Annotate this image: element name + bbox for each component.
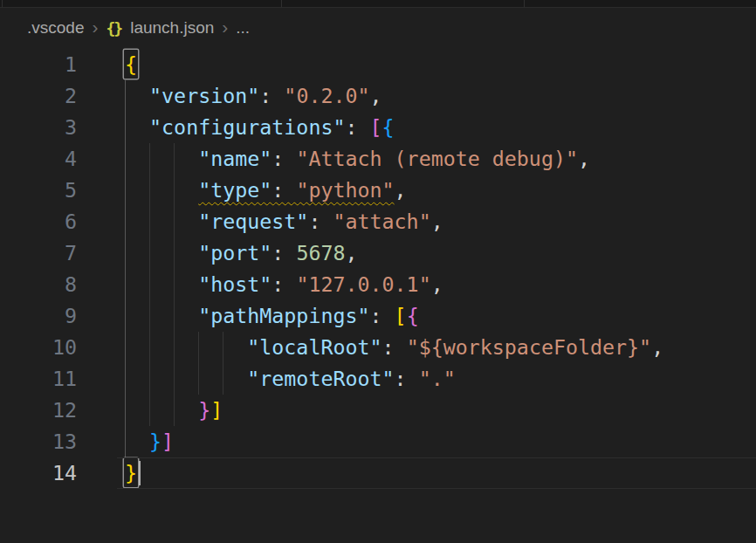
code-token: : bbox=[370, 304, 395, 327]
code-line-text[interactable]: { bbox=[125, 49, 137, 80]
line-number[interactable]: 12 bbox=[0, 395, 77, 426]
code-line-text[interactable]: }] bbox=[125, 426, 174, 457]
code-line-8[interactable]: 8 "host": "127.0.0.1", bbox=[0, 269, 756, 300]
code-line-13[interactable]: 13 }] bbox=[0, 426, 756, 457]
code-line-7[interactable]: 7 "port": 5678, bbox=[0, 237, 756, 269]
code-token: { bbox=[407, 304, 419, 327]
indentation bbox=[125, 304, 198, 327]
code-token: "host" bbox=[198, 272, 271, 296]
code-token: "127.0.0.1" bbox=[296, 272, 430, 296]
indentation bbox=[125, 178, 198, 202]
code-token: , bbox=[431, 210, 443, 233]
vscode-editor-pane: .vscode›{}launch.json›... 1{2 "version":… bbox=[0, 0, 756, 543]
code-token: "remoteRoot" bbox=[247, 367, 394, 390]
indentation bbox=[125, 430, 149, 453]
code-token: , bbox=[370, 84, 382, 107]
code-token: "pathMappings" bbox=[198, 304, 369, 327]
code-token: : bbox=[382, 335, 407, 359]
code-token: , bbox=[395, 178, 407, 202]
code-line-2[interactable]: 2 "version": "0.2.0", bbox=[0, 80, 756, 112]
line-number[interactable]: 8 bbox=[0, 269, 77, 300]
code-token: "Attach (remote debug)" bbox=[296, 147, 578, 170]
code-token: [ bbox=[395, 304, 407, 327]
code-line-6[interactable]: 6 "request": "attach", bbox=[0, 206, 756, 237]
code-token: , bbox=[345, 241, 357, 265]
breadcrumb-file-launch.json[interactable]: launch.json bbox=[130, 18, 214, 38]
bracket-match: } bbox=[124, 458, 138, 487]
bracket-match: { bbox=[124, 50, 138, 79]
json-braces-icon[interactable]: {} bbox=[106, 19, 121, 38]
code-line-text[interactable]: "request": "attach", bbox=[125, 206, 443, 237]
indentation bbox=[125, 147, 198, 170]
line-number[interactable]: 1 bbox=[0, 49, 77, 80]
code-token: : bbox=[345, 115, 369, 139]
code-token: "." bbox=[419, 367, 456, 390]
tab-bar-edge bbox=[0, 0, 756, 8]
code-line-1[interactable]: 1{ bbox=[0, 49, 756, 80]
code-line-text[interactable]: } bbox=[125, 457, 141, 489]
code-line-9[interactable]: 9 "pathMappings": [{ bbox=[0, 300, 756, 332]
line-number[interactable]: 13 bbox=[0, 426, 77, 457]
code-token: "configurations" bbox=[149, 115, 345, 139]
line-number[interactable]: 9 bbox=[0, 300, 77, 332]
code-line-text[interactable]: }] bbox=[125, 395, 223, 426]
code-token: "request" bbox=[198, 210, 308, 233]
code-token: "0.2.0" bbox=[284, 84, 369, 107]
line-number[interactable]: 5 bbox=[0, 175, 77, 206]
indentation bbox=[125, 367, 247, 390]
code-token: : bbox=[271, 241, 296, 265]
code-line-text[interactable]: "version": "0.2.0", bbox=[125, 80, 382, 112]
tab-separator bbox=[2, 0, 3, 7]
code-line-text[interactable]: "host": "127.0.0.1", bbox=[125, 269, 443, 300]
code-line-text[interactable]: "type": "python", bbox=[125, 175, 407, 206]
code-line-4[interactable]: 4 "name": "Attach (remote debug)", bbox=[0, 143, 756, 175]
tab-separator bbox=[524, 0, 525, 7]
code-line-11[interactable]: 11 "remoteRoot": "." bbox=[0, 363, 756, 395]
code-token: "port" bbox=[198, 241, 271, 265]
indentation bbox=[125, 210, 198, 233]
code-line-12[interactable]: 12 }] bbox=[0, 395, 756, 426]
code-token: } bbox=[198, 398, 210, 422]
code-token: ] bbox=[210, 398, 223, 422]
breadcrumb-chevron-: › bbox=[92, 17, 98, 36]
code-token: "name" bbox=[198, 147, 271, 170]
indentation bbox=[125, 115, 149, 139]
breadcrumb: .vscode›{}launch.json›... bbox=[0, 8, 756, 48]
tab-separator bbox=[281, 0, 282, 7]
code-token: "python" bbox=[296, 178, 394, 202]
code-line-10[interactable]: 10 "localRoot": "${workspaceFolder}", bbox=[0, 332, 756, 363]
code-token: "localRoot" bbox=[247, 335, 381, 359]
code-token: : bbox=[271, 147, 296, 170]
code-token: , bbox=[578, 147, 590, 170]
breadcrumb-folder-.vscode[interactable]: .vscode bbox=[27, 18, 84, 38]
code-token: 5678 bbox=[296, 241, 345, 265]
code-line-text[interactable]: "port": 5678, bbox=[125, 237, 358, 269]
code-line-text[interactable]: "configurations": [{ bbox=[125, 112, 395, 143]
code-line-3[interactable]: 3 "configurations": [{ bbox=[0, 112, 756, 143]
text-cursor bbox=[139, 461, 141, 485]
code-token: , bbox=[651, 335, 663, 359]
line-number[interactable]: 3 bbox=[0, 112, 77, 143]
code-token: : bbox=[271, 272, 296, 296]
line-number[interactable]: 6 bbox=[0, 206, 77, 237]
code-token: "${workspaceFolder}" bbox=[407, 335, 652, 359]
code-line-5[interactable]: 5 "type": "python", bbox=[0, 175, 756, 206]
code-line-text[interactable]: "localRoot": "${workspaceFolder}", bbox=[125, 332, 663, 363]
line-number[interactable]: 14 bbox=[0, 457, 77, 489]
code-token: { bbox=[382, 115, 395, 139]
line-number[interactable]: 10 bbox=[0, 332, 77, 363]
code-line-text[interactable]: "remoteRoot": "." bbox=[125, 363, 456, 395]
line-number[interactable]: 2 bbox=[0, 80, 77, 112]
line-number[interactable]: 11 bbox=[0, 363, 77, 395]
code-line-14[interactable]: 14} bbox=[0, 457, 756, 489]
breadcrumb-symbol-...[interactable]: ... bbox=[236, 18, 250, 38]
line-number[interactable]: 7 bbox=[0, 237, 77, 269]
code-line-text[interactable]: "name": "Attach (remote debug)", bbox=[125, 143, 590, 175]
code-token: , bbox=[431, 272, 443, 296]
line-number[interactable]: 4 bbox=[0, 143, 77, 175]
editor[interactable]: 1{2 "version": "0.2.0",3 "configurations… bbox=[0, 49, 756, 543]
code-token: [ bbox=[370, 115, 382, 139]
code-token: : bbox=[395, 367, 419, 390]
code-line-text[interactable]: "pathMappings": [{ bbox=[125, 300, 419, 332]
indentation bbox=[125, 241, 198, 265]
